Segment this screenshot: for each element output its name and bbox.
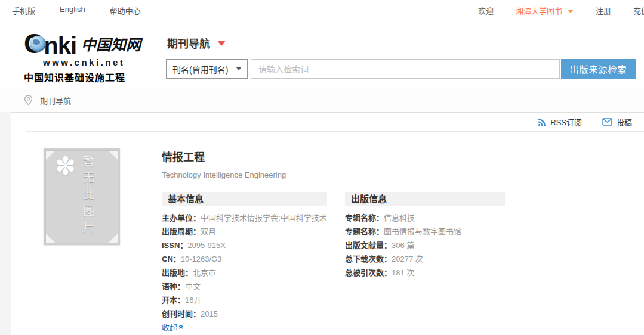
welcome-label: 欢迎 xyxy=(478,5,494,16)
journal-subtitle: Technology Intelligence Engineering xyxy=(162,170,505,179)
chevrons-up-icon: « xyxy=(174,325,188,330)
cnki-logo[interactable]: C nki 中国知网 www.cnki.net 中国知识基础设施工程 xyxy=(24,30,143,84)
nav-dropdown-caret-icon[interactable] xyxy=(217,41,226,46)
submit-label: 投稿 xyxy=(617,116,632,128)
recharge-link[interactable]: 充值 xyxy=(633,5,644,16)
logo-row: C nki 中国知网 xyxy=(24,30,143,57)
publication-info-rows: 专辑名称：信息科技 专题名称：图书情报与数字图书馆 出版文献量：306 篇 总下… xyxy=(345,211,505,280)
chevron-down-icon xyxy=(568,10,574,13)
info-row-issn: ISSN：2095-915X xyxy=(162,238,327,252)
info-columns: 基本信息 主办单位：中国科学技术情报学会;中国科学技术... 出版周期：双月 I… xyxy=(162,192,505,334)
logo-letters: nki xyxy=(44,33,76,57)
account-dropdown[interactable]: 湘潭大学图书 xyxy=(516,5,574,16)
no-image-text: 暂无此图片 xyxy=(79,155,95,238)
info-row-frequency: 出版周期：双月 xyxy=(162,225,327,238)
journal-detail-card: RSS订阅 投稿 ✽ 暂无此图片 情报工程 Technology Intelli… xyxy=(11,112,644,335)
info-row-format: 开本：16开 xyxy=(162,293,327,307)
collapse-link[interactable]: 收起« xyxy=(162,321,184,334)
breadcrumb-label: 期刊导航 xyxy=(40,95,71,106)
logo-site-url: www.cnki.net xyxy=(43,57,143,67)
collapse-row: 收起« xyxy=(162,321,327,334)
logo-slogan: 中国知识基础设施工程 xyxy=(24,70,143,84)
journal-nav-title-wrap: 期刊导航 xyxy=(167,35,226,51)
info-row-sponsor: 主办单位：中国科学技术情报学会;中国科学技术... xyxy=(162,211,327,225)
info-row-cn: CN：10-1263/G3 xyxy=(162,252,327,266)
info-row-language: 语种：中文 xyxy=(162,280,327,293)
info-row-topic: 专题名称：图书情报与数字图书馆 xyxy=(345,225,505,238)
search-field-select[interactable]: 刊名(曾用刊名) xyxy=(166,59,248,79)
topbar-left-links: 手机版 English 帮助中心 xyxy=(12,5,141,16)
journal-title: 情报工程 xyxy=(162,148,505,164)
info-row-article-count: 出版文献量：306 篇 xyxy=(345,238,505,252)
rss-subscribe-link[interactable]: RSS订阅 xyxy=(538,116,582,128)
basic-info-rows: 主办单位：中国科学技术情报学会;中国科学技术... 出版周期：双月 ISSN：2… xyxy=(162,211,327,334)
flower-icon: ✽ xyxy=(55,154,76,179)
topbar-right-links: 欢迎 湘潭大学图书 注册 充值 xyxy=(478,5,644,16)
breadcrumb: 期刊导航 xyxy=(0,88,644,112)
search-bar: 刊名(曾用刊名) 出版来源检索 xyxy=(166,59,636,79)
info-row-downloads: 总下载次数：20277 次 xyxy=(345,252,505,266)
journal-cover-placeholder: ✽ 暂无此图片 xyxy=(44,148,120,245)
rss-label: RSS订阅 xyxy=(550,116,582,128)
register-link[interactable]: 注册 xyxy=(596,5,611,16)
journal-details: 情报工程 Technology Intelligence Engineering… xyxy=(162,148,505,334)
location-pin-icon xyxy=(24,95,33,106)
search-input[interactable] xyxy=(251,59,560,79)
card-actions-row: RSS订阅 投稿 xyxy=(11,113,644,131)
basic-info-column: 基本信息 主办单位：中国科学技术情报学会;中国科学技术... 出版周期：双月 I… xyxy=(162,192,327,334)
info-row-citations: 总被引次数：181 次 xyxy=(345,266,505,280)
frame-corner xyxy=(109,234,118,243)
publication-source-search-button[interactable]: 出版来源检索 xyxy=(561,59,636,79)
select-caret-icon xyxy=(236,67,241,70)
info-row-place: 出版地：北京市 xyxy=(162,266,327,280)
top-utility-bar: 手机版 English 帮助中心 欢迎 湘潭大学图书 注册 充值 xyxy=(0,0,644,21)
frame-corner xyxy=(46,151,55,160)
rss-icon xyxy=(538,118,546,126)
info-row-founded: 创刊时间：2015 xyxy=(162,307,327,321)
search-field-selected-value: 刊名(曾用刊名) xyxy=(172,63,228,75)
basic-info-header: 基本信息 xyxy=(162,192,327,206)
logo-chinese-name: 中国知网 xyxy=(81,38,141,52)
envelope-icon xyxy=(602,118,612,126)
publication-info-column: 出版信息 专辑名称：信息科技 专题名称：图书情报与数字图书馆 出版文献量：306… xyxy=(345,192,505,334)
info-row-series: 专辑名称：信息科技 xyxy=(345,211,505,225)
submit-manuscript-link[interactable]: 投稿 xyxy=(602,116,632,128)
english-link[interactable]: English xyxy=(60,5,85,16)
journal-content: ✽ 暂无此图片 情报工程 Technology Intelligence Eng… xyxy=(11,132,644,334)
site-header: C nki 中国知网 www.cnki.net 中国知识基础设施工程 期刊导航 … xyxy=(0,22,644,88)
help-center-link[interactable]: 帮助中心 xyxy=(110,5,141,16)
mobile-version-link[interactable]: 手机版 xyxy=(12,5,35,16)
journal-nav-title: 期刊导航 xyxy=(167,35,210,51)
frame-corner xyxy=(109,151,118,160)
account-name: 湘潭大学图书 xyxy=(516,5,562,16)
globe-icon xyxy=(30,36,46,52)
publication-info-header: 出版信息 xyxy=(345,192,505,206)
frame-corner xyxy=(46,234,55,243)
